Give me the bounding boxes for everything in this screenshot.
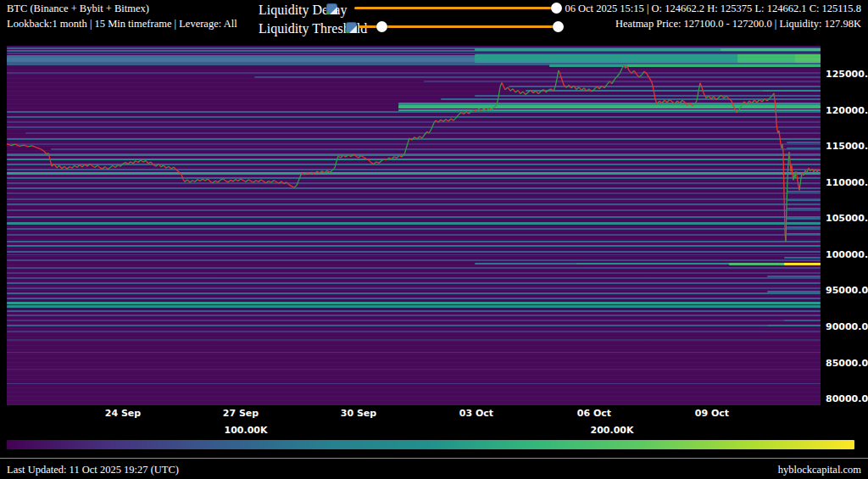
date-tick-label: 09 Oct — [695, 408, 729, 419]
heatmap-chart-canvas[interactable] — [7, 46, 821, 405]
price-line — [7, 46, 821, 405]
date-tick-label: 24 Sep — [105, 408, 141, 419]
price-tick-label: 100000.0 — [826, 249, 868, 260]
liquidity-threshold-slider[interactable] — [358, 25, 558, 28]
price-tick-label: 85000.0 — [826, 358, 868, 369]
slider-thumb[interactable] — [553, 21, 564, 32]
footer: Last Updated: 11 Oct 2025 19:27 (UTC) hy… — [0, 458, 868, 479]
price-tick-label: 115000.0 — [826, 141, 868, 152]
price-tick-label: 80000.0 — [826, 393, 868, 404]
symbol-title: BTC (Binance + Bybit + Bitmex) — [7, 3, 237, 15]
ohlc-info: 06 Oct 2025 15:15 | O: 124662.2 H: 12537… — [565, 3, 861, 15]
slider-thumb[interactable] — [376, 21, 387, 32]
colorbar-tick-label: 200.00K — [591, 425, 634, 436]
date-tick-label: 06 Oct — [577, 408, 611, 419]
date-tick-label: 03 Oct — [459, 408, 493, 419]
liquidity-decay-slider[interactable] — [354, 7, 556, 9]
price-tick-label: 125000.0 — [826, 69, 868, 80]
heatmap-hover-info: Heatmap Price: 127100.0 - 127200.0 | Liq… — [565, 18, 861, 31]
price-tick-label: 110000.0 — [826, 177, 868, 188]
header-right: 06 Oct 2025 15:15 | O: 124662.2 H: 12537… — [565, 3, 861, 33]
header-left: BTC (Binance + Bybit + Bitmex) Lookback:… — [7, 3, 237, 33]
price-tick-label: 120000.0 — [826, 105, 868, 116]
lookback-info: Lookback:1 month | 15 Min timeframe | Le… — [7, 18, 237, 31]
slider-thumb[interactable] — [551, 3, 562, 14]
date-tick-label: 30 Sep — [341, 408, 376, 419]
colorbar-tick-label: 100.00K — [225, 425, 268, 436]
price-tick-label: 95000.0 — [826, 285, 868, 296]
date-tick-label: 27 Sep — [223, 408, 259, 419]
liquidation-heatmap-app: BTC (Binance + Bybit + Bitmex) Lookback:… — [0, 0, 868, 479]
page-icon[interactable] — [326, 3, 337, 14]
page-icon[interactable] — [346, 21, 357, 32]
price-tick-label: 90000.0 — [826, 321, 868, 332]
site-link[interactable]: hyblockcapital.com — [778, 464, 861, 476]
price-tick-label: 105000.0 — [826, 213, 868, 224]
liquidity-colorbar — [7, 440, 854, 449]
last-updated-text: Last Updated: 11 Oct 2025 19:27 (UTC) — [7, 464, 179, 476]
